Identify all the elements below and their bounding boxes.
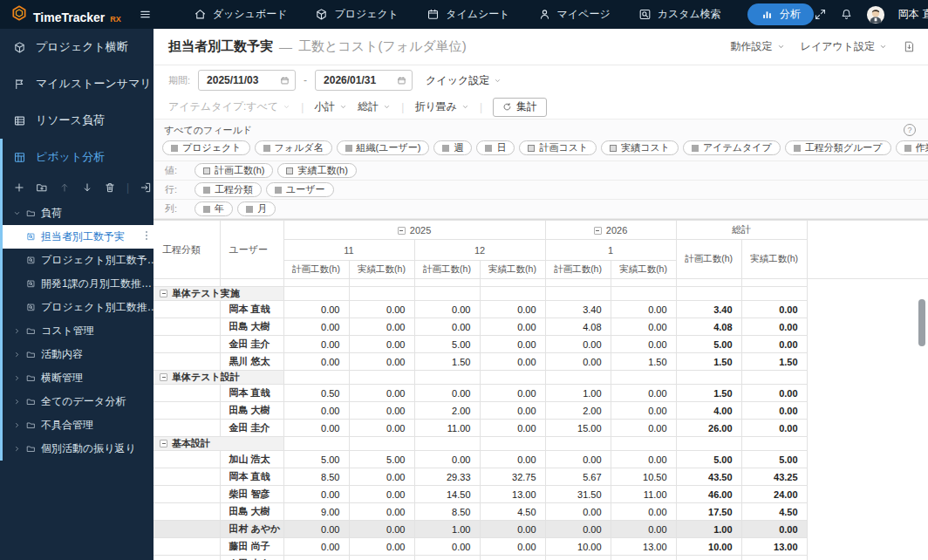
tree-folder-item[interactable]: 不具合管理 [3,413,154,437]
field-pill[interactable]: 実績工数(h) [277,163,356,178]
calendar-icon[interactable] [280,76,290,85]
tree-folder-item[interactable]: 個別活動の振り返り [3,437,154,461]
collapse-minus-icon[interactable] [398,227,406,235]
tree-toolbar-trash-button[interactable] [104,181,116,194]
tree-report-item[interactable]: プロジェクト別工数推… [3,296,154,319]
table-group-row[interactable]: 基本設計 [154,437,928,451]
sidebar-item-cube[interactable]: プロジェクト横断 [0,29,154,65]
table-row[interactable]: 岡本 直哉0.500.000.000.001.000.001.500.00 [154,385,928,402]
field-pill[interactable]: 工程分類グループ [785,140,891,155]
calendar-icon[interactable] [397,76,406,85]
tree-toolbar-export-button[interactable] [140,181,152,194]
field-pill[interactable]: 週 [433,140,472,155]
table-row[interactable]: 田島 大樹9.000.008.504.500.000.0017.504.50 [154,503,928,521]
expand-icon[interactable] [814,8,827,21]
export-report-icon[interactable] [903,40,916,53]
value-cell: 0.00 [545,451,611,468]
nav-item-home[interactable]: ダッシュボード [192,3,290,25]
year-header[interactable]: 2026 [545,221,676,240]
tree-folder-item[interactable]: 横断管理 [3,366,154,390]
table-row[interactable]: 黒川 悠太0.000.001.500.000.001.501.501.50 [154,353,928,371]
item-type-dropdown[interactable]: アイテムタイプ:すべて [168,99,290,114]
table-row[interactable]: 金田 圭介0.000.005.000.000.000.005.000.00 [154,336,928,353]
nav-item-search[interactable]: カスタム検索 [637,3,723,25]
table-row[interactable]: 金田 圭介0.000.0014.000.000.000.0014.000.00 [154,556,928,560]
aggregate-button[interactable]: 集計 [493,98,547,117]
field-pill[interactable]: 作業分類グループ [896,140,928,155]
tree-folder-item[interactable]: 全てのデータ分析 [3,390,154,413]
group-name-cell[interactable]: 単体テスト実施 [154,287,283,301]
field-pill[interactable]: 計画工数(h) [194,163,273,178]
tree-toolbar-plus-button[interactable] [13,181,25,194]
tree-toolbar-folder-plus-button[interactable] [36,181,48,194]
quick-settings-dropdown[interactable]: クイック設定 [426,73,502,88]
collapse-minus-icon[interactable] [160,440,167,447]
behavior-settings-dropdown[interactable]: 動作設定 [731,39,785,54]
collapse-minus-icon[interactable] [594,227,602,235]
tree-report-item[interactable]: 開発1課の月別工数推… [3,272,154,296]
table-row[interactable]: 加山 浩太5.005.000.000.000.000.005.005.00 [154,451,928,468]
vertical-scrollbar[interactable] [918,299,925,346]
month-header[interactable]: 1 [545,240,676,261]
field-pill[interactable]: 実績コスト [601,140,679,155]
column-header-user[interactable]: ユーザー [220,221,283,279]
month-header[interactable]: 12 [414,240,545,261]
help-icon[interactable]: ? [904,124,916,136]
sidebar-item-rows[interactable]: リソース負荷 [0,102,154,139]
column-header-process[interactable]: 工程分類 [154,221,220,279]
table-group-row[interactable]: 単体テスト実施 [154,287,928,301]
field-pill[interactable]: 組織(ユーザー) [337,140,430,155]
date-to-input[interactable]: 2026/01/31 [315,70,413,91]
notifications-bell-icon[interactable] [840,8,853,21]
collapse-dropdown[interactable]: 折り畳み [414,99,469,114]
field-pill[interactable]: 工程分類 [194,182,262,197]
app-logo[interactable]: TimeTracker RX [0,4,130,24]
field-pill[interactable]: 月 [237,201,276,216]
nav-item-calendar[interactable]: タイムシート [425,3,511,25]
collapse-minus-icon[interactable] [160,290,167,297]
field-pill[interactable]: 計画コスト [519,140,597,155]
tree-toolbar-arrow-down-button[interactable] [81,181,93,194]
table-row[interactable]: 田村 あやか0.000.001.000.000.000.001.000.00 [154,521,928,538]
date-from-input[interactable]: 2025/11/03 [198,70,296,91]
table-row[interactable]: 藤田 尚子0.000.000.000.0010.0013.0010.0013.0… [154,538,928,556]
tree-folder-item[interactable]: コスト管理 [3,319,154,343]
field-pill[interactable]: 日 [476,140,515,155]
hamburger-menu-icon[interactable] [139,8,152,21]
sidebar-item-pivot[interactable]: ピボット分析 [3,139,154,175]
table-row[interactable]: 田島 大樹0.000.000.000.004.080.004.080.00 [154,318,928,336]
nav-item-cube[interactable]: プロジェクト [313,3,400,25]
user-avatar[interactable] [866,5,885,24]
field-pill[interactable]: アイテムタイプ [683,140,781,155]
table-row[interactable]: 金田 圭介0.000.0011.000.0015.000.0026.000.00 [154,420,928,437]
field-pill[interactable]: プロジェクト [162,140,250,155]
year-header[interactable]: 2025 [283,221,545,240]
layout-settings-dropdown[interactable]: レイアウト設定 [801,39,887,54]
user-name[interactable]: 岡本 直哉 [898,7,928,22]
subtotal-dropdown[interactable]: 小計 [314,99,347,114]
field-pill[interactable]: 年 [194,201,233,216]
collapse-minus-icon[interactable] [160,373,167,381]
tree-toolbar-arrow-up-button[interactable] [58,181,71,194]
month-header[interactable]: 11 [283,240,414,261]
table-row[interactable]: 岡本 直哉8.500.0029.3332.755.6710.5043.5043.… [154,468,928,486]
tree-report-item[interactable]: プロジェクト別工数予… [3,249,154,272]
table-group-row[interactable]: 単体テスト設計 [154,371,928,385]
group-name-cell[interactable]: 単体テスト設計 [154,371,283,385]
table-row[interactable]: 田島 大樹0.000.002.000.002.000.004.000.00 [154,402,928,420]
table-row[interactable]: 岡本 直哉0.000.000.000.003.400.003.400.00 [154,301,928,318]
field-pill-label: 組織(ユーザー) [357,141,421,154]
nav-item-person[interactable]: マイページ [536,3,612,25]
table-row[interactable]: 柴田 智彦0.000.0014.5013.0031.5011.0046.0024… [154,486,928,503]
field-pill[interactable]: フォルダ名 [255,140,332,155]
group-name-cell[interactable]: 基本設計 [154,437,283,451]
field-pill[interactable]: ユーザー [266,182,334,197]
grand-total-dropdown[interactable]: 総計 [358,99,391,114]
kebab-menu-icon[interactable] [146,231,147,240]
tree-folder-open[interactable]: 負荷 [3,201,154,225]
tree-folder-item[interactable]: 活動内容 [3,343,154,366]
sidebar-item-flag[interactable]: マイルストーンサマリ [0,65,154,102]
tree-report-item[interactable]: 担当者別工数予実 [3,225,154,249]
value-cell: 3.40 [545,301,611,318]
nav-item-chart[interactable]: 分析 [747,3,814,25]
